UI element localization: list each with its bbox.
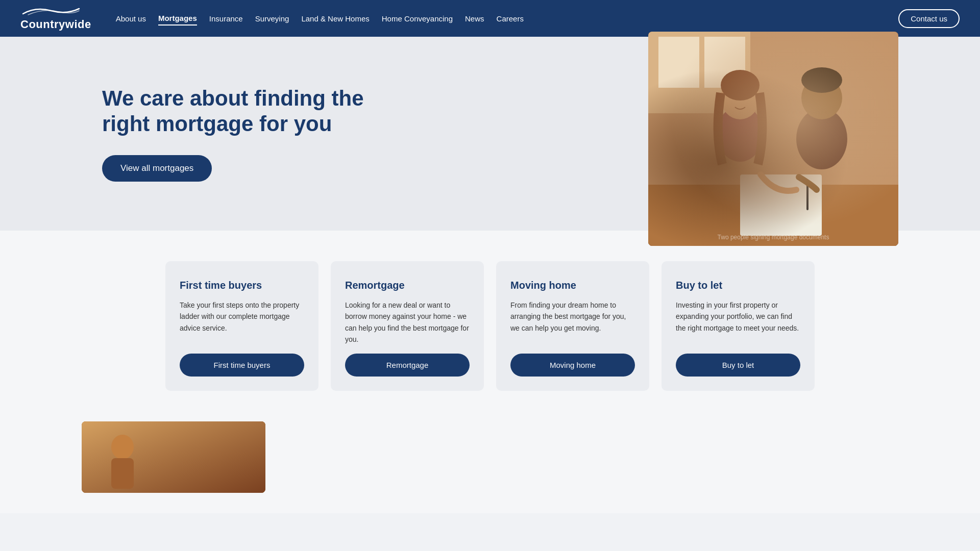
nav-careers[interactable]: Careers	[497, 12, 524, 25]
svg-rect-1	[648, 32, 750, 113]
mortgage-cards-section: First time buyers Take your first steps …	[0, 231, 980, 421]
card-buy-to-let-desc: Investing in your first property or expa…	[676, 299, 800, 345]
card-first-time-buyers: First time buyers Take your first steps …	[165, 261, 318, 391]
card-first-time-buyers-desc: Take your first steps onto the property …	[180, 299, 304, 345]
svg-point-11	[801, 77, 842, 119]
svg-rect-2	[658, 37, 699, 88]
hero-image: Two people signing mortgage documents	[648, 32, 898, 246]
nav-insurance[interactable]: Insurance	[209, 12, 243, 25]
nav-mortgages[interactable]: Mortgages	[158, 12, 197, 26]
svg-rect-14	[82, 421, 265, 493]
hero-section: We care about finding the right mortgage…	[0, 37, 980, 231]
hero-photo: Two people signing mortgage documents	[648, 32, 898, 246]
svg-point-10	[796, 108, 847, 169]
card-moving-home: Moving home From finding your dream home…	[496, 261, 649, 391]
card-remortgage-title: Remortgage	[345, 280, 470, 291]
hero-title: We care about finding the right mortgage…	[102, 86, 368, 137]
bottom-strip	[0, 421, 980, 513]
nav-surveying[interactable]: Surveying	[255, 12, 289, 25]
nav-home-conveyancing[interactable]: Home Conveyancing	[382, 12, 453, 25]
remortgage-button[interactable]: Remortgage	[345, 354, 470, 377]
card-remortgage-desc: Looking for a new deal or want to borrow…	[345, 299, 470, 345]
first-time-buyers-button[interactable]: First time buyers	[180, 354, 304, 377]
svg-rect-6	[806, 180, 808, 210]
card-moving-home-desc: From finding your dream home to arrangin…	[510, 299, 635, 345]
bottom-teaser-image	[82, 421, 265, 493]
card-first-time-buyers-title: First time buyers	[180, 280, 304, 291]
nav-land-new-homes[interactable]: Land & New Homes	[301, 12, 369, 25]
view-all-mortgages-button[interactable]: View all mortgages	[102, 155, 212, 182]
buy-to-let-button[interactable]: Buy to let	[676, 354, 800, 377]
hero-text-block: We care about finding the right mortgage…	[102, 86, 368, 182]
nav-about-us[interactable]: About us	[116, 12, 146, 25]
svg-rect-0	[648, 32, 898, 246]
moving-home-button[interactable]: Moving home	[510, 354, 635, 377]
svg-point-7	[717, 106, 763, 162]
svg-point-8	[721, 77, 760, 119]
brand-name: Countrywide	[20, 18, 91, 31]
card-moving-home-title: Moving home	[510, 280, 635, 291]
nav-news[interactable]: News	[465, 12, 484, 25]
logo[interactable]: Countrywide	[20, 6, 91, 31]
nav-links: About us Mortgages Insurance Surveying L…	[116, 12, 883, 26]
svg-rect-5	[740, 174, 822, 236]
svg-point-15	[111, 435, 134, 459]
svg-rect-16	[111, 458, 134, 489]
card-buy-to-let: Buy to let Investing in your first prope…	[662, 261, 815, 391]
card-remortgage: Remortgage Looking for a new deal or wan…	[331, 261, 484, 391]
contact-us-button[interactable]: Contact us	[898, 9, 960, 28]
svg-point-9	[721, 70, 760, 101]
card-buy-to-let-title: Buy to let	[676, 280, 800, 291]
svg-rect-3	[704, 37, 745, 88]
hero-photo-label: Two people signing mortgage documents	[718, 234, 829, 241]
svg-point-12	[801, 67, 842, 93]
